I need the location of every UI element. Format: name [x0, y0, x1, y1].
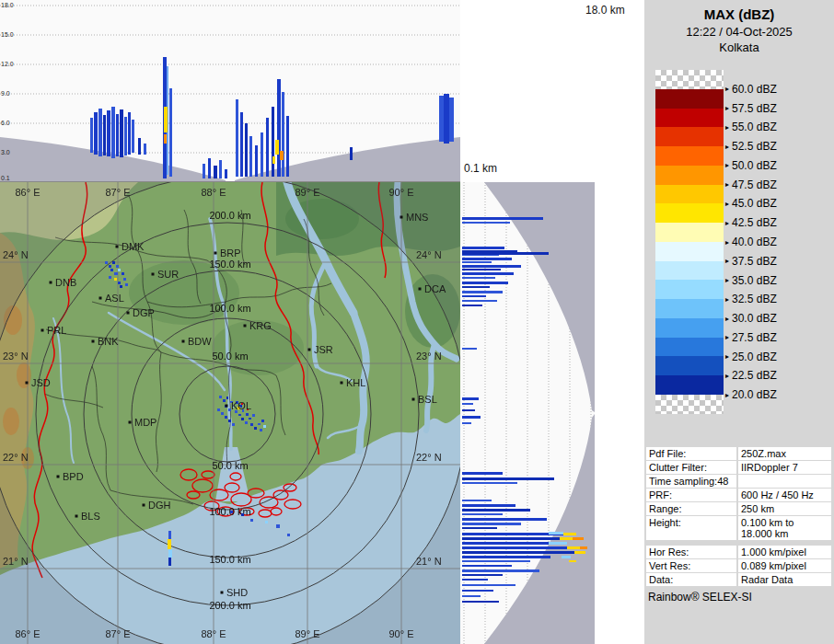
echo-cell [138, 138, 141, 155]
echo-cell [277, 79, 281, 177]
echo-cell [462, 348, 477, 350]
lat-label-right: 21° N [416, 556, 442, 567]
echo-cell [462, 403, 473, 405]
software-credit: Rainbow® SELEX-SI [648, 591, 752, 604]
echo-cell [221, 412, 224, 415]
info-value: 600 Hz / 450 Hz [738, 489, 831, 501]
city-label: BSL [418, 394, 437, 405]
echo-cell [109, 276, 111, 279]
info-value: IIRDoppler 7 [738, 461, 831, 474]
city-label: MNS [406, 212, 428, 223]
city-label: ASL [105, 293, 124, 304]
ew-cross-section-panel: 18.015.012.09.06.03.00.1 [0, 0, 460, 182]
city-dot [57, 476, 60, 478]
city-label: BDW [188, 336, 212, 347]
legend-swatch [655, 109, 724, 128]
height-tick-label: 15.0 [1, 31, 14, 38]
city-label: SHD [226, 587, 248, 598]
legend-tick-arrow-icon: ▸ [725, 200, 729, 208]
echo-cell [462, 286, 490, 288]
echo-cell [109, 265, 111, 268]
height-tick-label: 9.0 [1, 90, 10, 97]
echo-cell [214, 166, 217, 178]
echo-cell [462, 305, 482, 306]
city-dot [412, 398, 415, 401]
echo-cell [286, 116, 289, 177]
echo-cell [462, 397, 479, 400]
echo-cell [261, 132, 263, 177]
echo-cell [462, 601, 499, 603]
range-ring-label: 150.0 km [209, 554, 250, 565]
echo-cell [580, 546, 587, 549]
echo-cell [250, 423, 253, 426]
echo-cell [462, 265, 521, 268]
echo-cell [116, 265, 119, 268]
height-axis-strip: 18.0 km 0.1 km [460, 0, 644, 182]
city-dot [116, 246, 119, 248]
lat-label-right: 22° N [416, 452, 442, 463]
echo-cell [462, 556, 550, 558]
ns-cross-section-panel [460, 182, 595, 644]
echo-cell [272, 156, 275, 164]
echo-cell [462, 551, 580, 554]
range-ring-label: 200.0 km [209, 210, 250, 221]
city-label: KOL [231, 400, 251, 411]
info-value: 0.100 km to 18.000 km [738, 516, 831, 540]
lon-label-top: 90° E [388, 187, 413, 198]
echo-cell [462, 584, 515, 586]
info-row: Vert Res:0.089 km/pixel [646, 559, 831, 572]
city-label: JSR [314, 344, 333, 355]
legend-tick-arrow-icon: ▸ [725, 219, 729, 227]
info-value: 0.089 km/pixel [738, 559, 831, 572]
echo-cell [462, 247, 504, 249]
city-dot [129, 421, 132, 424]
echo-cell [263, 425, 266, 428]
info-value: 250 km [738, 502, 831, 515]
echo-cell [258, 423, 261, 425]
echo-cell [230, 511, 233, 513]
legend-swatch [655, 166, 724, 185]
echo-cell [226, 397, 228, 399]
info-row: Data:Radar Data [646, 573, 831, 586]
legend-swatch [655, 223, 724, 242]
legend-swatch [655, 356, 724, 375]
echo-cell [236, 99, 238, 177]
echo-cell [266, 118, 269, 177]
info-value: 1.000 km/pixel [738, 546, 831, 558]
echo-cell [249, 136, 252, 177]
lon-label-bottom: 88° E [201, 628, 226, 639]
echo-cell [282, 92, 284, 177]
city-dot [341, 382, 343, 385]
info-label: Clutter Filter: [646, 461, 736, 474]
echo-cell [462, 509, 530, 512]
echo-cell [462, 542, 554, 545]
city-label: MDP [134, 417, 156, 428]
city-dot [127, 312, 130, 315]
echo-cell [225, 416, 227, 419]
legend-swatch [655, 203, 724, 223]
info-row: Pdf File:250Z.max [646, 447, 831, 460]
range-ring-label: 150.0 km [209, 259, 250, 270]
echo-cell [118, 269, 121, 271]
lat-label-left: 23° N [3, 351, 29, 362]
echo-cell [238, 414, 241, 416]
legend-swatch [655, 280, 724, 299]
city-dot [419, 288, 422, 291]
echo-cell [246, 413, 249, 416]
echo-cell [261, 420, 264, 422]
info-row: PRF:600 Hz / 450 Hz [646, 489, 831, 501]
echo-cell [123, 278, 126, 281]
echo-cell [462, 595, 481, 597]
echo-cell [164, 134, 167, 144]
echo-cell [462, 217, 543, 220]
echo-cell [255, 145, 258, 177]
echo-cell [124, 117, 127, 155]
echo-cell [462, 409, 475, 411]
echo-cell [462, 272, 514, 275]
echo-cell [350, 147, 353, 160]
echo-cell [462, 500, 492, 501]
city-label: KRG [249, 320, 272, 331]
echo-cell [241, 418, 244, 420]
echo-cell [122, 272, 124, 275]
city-dot [400, 216, 403, 219]
